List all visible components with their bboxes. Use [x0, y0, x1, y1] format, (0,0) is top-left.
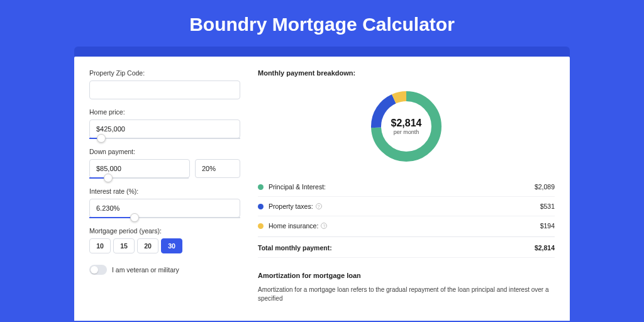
- form-column: Property Zip Code: Home price: Down paym…: [89, 69, 240, 321]
- legend-dot: [258, 184, 264, 190]
- donut-center: $2,814 per month: [368, 88, 445, 165]
- period-button-20[interactable]: 20: [137, 238, 158, 253]
- period-buttons: 10152030: [89, 238, 240, 253]
- legend: Principal & Interest:$2,089Property taxe…: [258, 177, 555, 235]
- slider-thumb[interactable]: [130, 213, 139, 222]
- legend-total-value: $2,814: [535, 244, 555, 252]
- donut-sub: per month: [394, 129, 419, 135]
- legend-label: Principal & Interest:: [269, 183, 535, 191]
- info-icon[interactable]: ?: [316, 203, 322, 209]
- down-payment-slider[interactable]: [89, 177, 189, 179]
- rate-field: Interest rate (%):: [89, 187, 240, 218]
- page-title: Boundry Mortgage Calculator: [0, 0, 644, 47]
- home-price-label: Home price:: [89, 108, 240, 116]
- down-payment-field: Down payment:: [89, 148, 240, 179]
- legend-label: Home insurance:?: [269, 222, 540, 230]
- legend-dot: [258, 223, 264, 229]
- home-price-field: Home price:: [89, 108, 240, 139]
- rate-slider[interactable]: [89, 217, 240, 218]
- zip-field: Property Zip Code:: [89, 69, 240, 99]
- legend-label: Property taxes:?: [269, 203, 540, 210]
- rate-label: Interest rate (%):: [89, 187, 240, 195]
- legend-total-label: Total monthly payment:: [258, 244, 535, 252]
- legend-row: Principal & Interest:$2,089: [258, 177, 555, 197]
- period-label: Mortgage period (years):: [89, 227, 240, 235]
- donut-amount: $2,814: [391, 118, 422, 129]
- period-button-10[interactable]: 10: [89, 238, 111, 253]
- legend-value: $194: [540, 222, 555, 230]
- breakdown-column: Monthly payment breakdown: $2,814 per mo…: [258, 69, 555, 321]
- down-payment-label: Down payment:: [89, 148, 240, 155]
- amortization-text: Amortization for a mortgage loan refers …: [258, 286, 555, 303]
- veteran-label: I am veteran or military: [112, 266, 179, 274]
- legend-row: Property taxes:?$531: [258, 197, 555, 216]
- amortization-header: Amortization for mortgage loan: [258, 272, 555, 279]
- veteran-row: I am veteran or military: [89, 265, 240, 275]
- period-field: Mortgage period (years): 10152030: [89, 227, 240, 253]
- donut-chart: $2,814 per month: [368, 88, 445, 165]
- veteran-toggle[interactable]: [89, 265, 107, 275]
- card-outer: Property Zip Code: Home price: Down paym…: [74, 47, 570, 321]
- info-icon[interactable]: ?: [321, 223, 327, 229]
- period-button-15[interactable]: 15: [113, 238, 135, 253]
- donut-wrap: $2,814 per month: [258, 84, 555, 177]
- home-price-input[interactable]: [89, 119, 240, 138]
- legend-dot: [258, 204, 264, 209]
- legend-value: $531: [540, 203, 555, 210]
- slider-thumb[interactable]: [97, 134, 106, 143]
- legend-row: Home insurance:?$194: [258, 216, 555, 235]
- down-payment-pct-input[interactable]: [195, 159, 240, 178]
- amortization-section: Amortization for mortgage loan Amortizat…: [258, 272, 555, 303]
- legend-value: $2,089: [535, 183, 555, 191]
- breakdown-header: Monthly payment breakdown:: [258, 69, 555, 77]
- zip-label: Property Zip Code:: [89, 69, 240, 77]
- home-price-slider[interactable]: [89, 138, 240, 139]
- zip-input[interactable]: [89, 80, 240, 99]
- slider-fill: [89, 217, 135, 218]
- period-button-30[interactable]: 30: [161, 238, 182, 253]
- calculator-card: Property Zip Code: Home price: Down paym…: [74, 57, 570, 321]
- legend-total-row: Total monthly payment: $2,814: [258, 236, 555, 258]
- slider-thumb[interactable]: [104, 174, 113, 182]
- rate-input[interactable]: [89, 199, 240, 218]
